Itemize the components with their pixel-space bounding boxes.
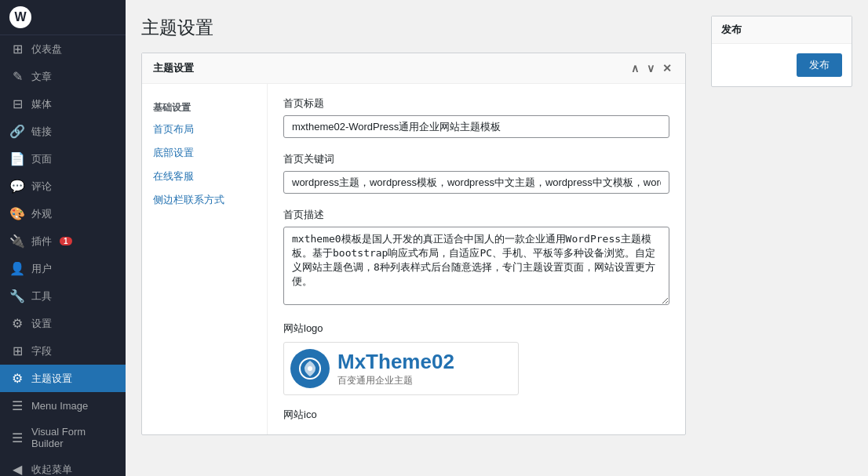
sidebar-item-media[interactable]: ⊟ 媒体 xyxy=(0,90,126,118)
sidebar-item-label: 插件 xyxy=(31,234,52,249)
wp-logo-icon: W xyxy=(9,6,31,28)
sidebar-item-label: 链接 xyxy=(31,125,52,139)
sidebar-item-label: 用户 xyxy=(31,262,52,276)
sidebar-item-label: 主题设置 xyxy=(31,372,72,386)
sidebar-item-dashboard[interactable]: ⊞ 仪表盘 xyxy=(0,35,126,63)
sidebar-item-label: 收起菜单 xyxy=(31,463,72,477)
settings-panel: 主题设置 ∧ ∨ ✕ 基础设置 首页布局 底部设置 在线客服 侧边栏联系方式 xyxy=(141,53,686,435)
homepage-title-label: 首页标题 xyxy=(283,96,669,111)
logo-preview: MxTheme02 百变通用企业主题 xyxy=(283,342,519,395)
publish-box: 发布 发布 xyxy=(711,16,852,87)
sidebar-item-label: 仪表盘 xyxy=(31,42,62,56)
sidebar-item-links[interactable]: 🔗 链接 xyxy=(0,118,126,145)
homepage-keywords-label: 首页关键词 xyxy=(283,152,669,166)
theme-settings-icon: ⚙ xyxy=(9,371,25,386)
content-wrapper: 主题设置 主题设置 ∧ ∨ ✕ 基础设置 首页布局 底部设置 xyxy=(126,0,868,476)
panel-header-controls: ∧ ∨ ✕ xyxy=(629,62,674,74)
sidebar-item-comments[interactable]: 💬 评论 xyxy=(0,173,126,200)
homepage-desc-textarea[interactable]: mxtheme0模板是国人开发的真正适合中国人的一款企业通用WordPress主… xyxy=(283,227,669,305)
sidebar-item-label: 媒体 xyxy=(31,97,52,111)
website-logo-label: 网站logo xyxy=(283,322,669,336)
sidebar-contact-link[interactable]: 侧边栏联系方式 xyxy=(142,188,267,212)
close-panel-icon[interactable]: ✕ xyxy=(660,62,674,74)
homepage-desc-group: 首页描述 mxtheme0模板是国人开发的真正适合中国人的一款企业通用WordP… xyxy=(283,208,669,307)
sidebar-item-fields[interactable]: ⊞ 字段 xyxy=(0,337,126,365)
page-title: 主题设置 xyxy=(141,16,686,40)
svg-point-1 xyxy=(308,366,312,371)
posts-icon: ✎ xyxy=(9,69,25,84)
publish-body: 发布 xyxy=(712,44,852,86)
sidebar-item-plugins[interactable]: 🔌 插件 1 xyxy=(0,227,126,255)
sidebar-item-label: 评论 xyxy=(31,180,52,194)
dashboard-icon: ⊞ xyxy=(9,42,25,56)
links-icon: 🔗 xyxy=(9,124,25,139)
homepage-keywords-input[interactable] xyxy=(283,171,669,194)
collapse-up-icon[interactable]: ∧ xyxy=(629,62,641,74)
sidebar-item-label: 字段 xyxy=(31,344,52,358)
basic-settings-label: 基础设置 xyxy=(142,95,267,118)
publish-header: 发布 xyxy=(712,16,852,44)
pages-icon: 📄 xyxy=(9,151,25,166)
sidebar-item-label: 页面 xyxy=(31,152,52,166)
comments-icon: 💬 xyxy=(9,179,25,194)
publish-button[interactable]: 发布 xyxy=(797,53,842,77)
sidebar: W ⊞ 仪表盘 ✎ 文章 ⊟ 媒体 🔗 链接 📄 页面 💬 评论 🎨 外观 🔌 … xyxy=(0,0,126,476)
sidebar-item-appearance[interactable]: 🎨 外观 xyxy=(0,200,126,227)
fields-icon: ⊞ xyxy=(9,343,25,358)
visual-form-builder-icon: ☰ xyxy=(9,431,25,445)
settings-icon: ⚙ xyxy=(9,316,25,331)
panel-header: 主题设置 ∧ ∨ ✕ xyxy=(142,53,685,84)
logo-subtitle: 百变通用企业主题 xyxy=(337,374,454,387)
sidebar-logo: W xyxy=(0,0,126,35)
sidebar-item-theme-settings[interactable]: ⚙ 主题设置 xyxy=(0,365,126,392)
sidebar-item-label: 外观 xyxy=(31,207,52,221)
homepage-layout-link[interactable]: 首页布局 xyxy=(142,118,267,141)
menu-image-icon: ☰ xyxy=(9,398,25,413)
sidebar-item-visual-form-builder[interactable]: ☰ Visual Form Builder xyxy=(0,420,126,456)
appearance-icon: 🎨 xyxy=(9,206,25,221)
sidebar-item-label: 工具 xyxy=(31,289,52,303)
users-icon: 👤 xyxy=(9,261,25,276)
sidebar-item-settings[interactable]: ⚙ 设置 xyxy=(0,310,126,337)
logo-name: MxTheme02 xyxy=(337,350,454,374)
homepage-title-input[interactable] xyxy=(283,115,669,138)
sidebar-item-pages[interactable]: 📄 页面 xyxy=(0,145,126,173)
publish-panel: 发布 发布 xyxy=(711,16,852,460)
sidebar-item-menu-image[interactable]: ☰ Menu Image xyxy=(0,392,126,420)
sidebar-item-posts[interactable]: ✎ 文章 xyxy=(0,63,126,90)
panel-body: 基础设置 首页布局 底部设置 在线客服 侧边栏联系方式 首页标题 xyxy=(142,84,685,434)
website-logo-section: 网站logo MxTheme0 xyxy=(283,322,669,395)
tools-icon: 🔧 xyxy=(9,289,25,303)
panel-header-title: 主题设置 xyxy=(153,61,194,75)
sidebar-item-label: 文章 xyxy=(31,70,52,84)
collapse-icon: ◀ xyxy=(9,462,25,476)
logo-text-area: MxTheme02 百变通用企业主题 xyxy=(337,350,454,387)
media-icon: ⊟ xyxy=(9,96,25,111)
homepage-desc-label: 首页描述 xyxy=(283,208,669,222)
plugins-icon: 🔌 xyxy=(9,234,25,249)
website-ico-label: 网站ico xyxy=(283,408,669,422)
main-panel-area: 主题设置 主题设置 ∧ ∨ ✕ 基础设置 首页布局 底部设置 xyxy=(141,16,686,460)
sidebar-item-label: 设置 xyxy=(31,317,52,331)
homepage-keywords-group: 首页关键词 xyxy=(283,152,669,194)
sidebar-item-label: Menu Image xyxy=(31,400,88,412)
sidebar-item-users[interactable]: 👤 用户 xyxy=(0,255,126,282)
sidebar-item-collapse[interactable]: ◀ 收起菜单 xyxy=(0,456,126,476)
content-area: 主题设置 主题设置 ∧ ∨ ✕ 基础设置 首页布局 底部设置 xyxy=(126,0,868,476)
footer-settings-link[interactable]: 底部设置 xyxy=(142,141,267,165)
sidebar-item-label: Visual Form Builder xyxy=(31,426,116,449)
sidebar-item-tools[interactable]: 🔧 工具 xyxy=(0,282,126,310)
plugins-badge: 1 xyxy=(60,237,72,245)
logo-icon xyxy=(290,349,330,388)
panel-main-form: 首页标题 首页关键词 首页描述 mxtheme0模板是国人开发的真正适合中国人的… xyxy=(268,84,685,434)
logo-svg xyxy=(298,357,322,380)
online-service-link[interactable]: 在线客服 xyxy=(142,165,267,188)
collapse-down-icon[interactable]: ∨ xyxy=(644,62,657,74)
homepage-title-group: 首页标题 xyxy=(283,96,669,138)
panel-sidebar-nav: 基础设置 首页布局 底部设置 在线客服 侧边栏联系方式 xyxy=(142,84,268,434)
